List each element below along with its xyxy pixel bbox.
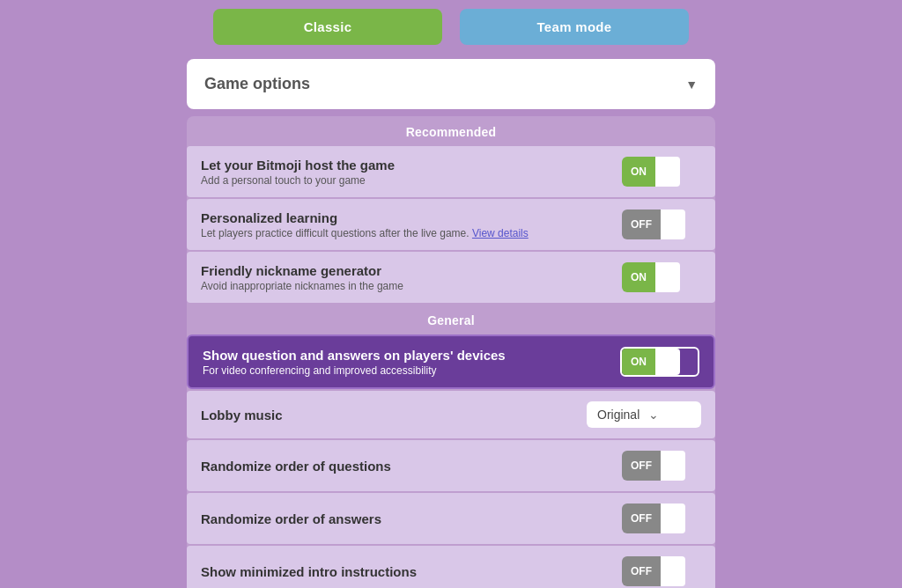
option-row-show-questions: Show question and answers on players' de… <box>187 334 715 389</box>
toggle-thumb-personalized <box>661 209 685 239</box>
chevron-down-icon: ▼ <box>685 77 698 92</box>
recommended-section-label: Recommended <box>187 116 715 146</box>
option-title-randomize-questions: Randomize order of questions <box>201 459 391 474</box>
toggle-off-label-minimized-intro: OFF <box>622 556 661 586</box>
option-title-personalized: Personalized learning <box>201 210 529 225</box>
option-subtitle-personalized: Let players practice difficult questions… <box>201 227 529 239</box>
option-title-minimized-intro: Show minimized intro instructions <box>201 564 417 579</box>
toggle-thumb-nickname <box>655 262 680 292</box>
toggle-personalized[interactable]: OFF <box>622 209 701 239</box>
option-row-nickname: Friendly nickname generator Avoid inappr… <box>187 252 715 303</box>
options-panel: Recommended Let your Bitmoji host the ga… <box>187 116 715 588</box>
toggle-on-label-bitmoji: ON <box>622 157 655 187</box>
option-text-personalized: Personalized learning Let players practi… <box>201 210 529 239</box>
option-subtitle-bitmoji: Add a personal touch to your game <box>201 174 395 187</box>
toggle-off-label-randomize-answers: OFF <box>622 503 661 533</box>
option-title-lobby-music: Lobby music <box>201 408 283 423</box>
team-mode-button[interactable]: Team mode <box>460 9 689 45</box>
option-text-show-questions: Show question and answers on players' de… <box>203 348 506 377</box>
option-title-show-questions: Show question and answers on players' de… <box>203 348 506 363</box>
mode-buttons-row: Classic Team mode <box>187 9 715 45</box>
toggle-randomize-answers[interactable]: OFF <box>622 503 701 533</box>
toggle-thumb-show-questions <box>655 349 680 375</box>
option-title-randomize-answers: Randomize order of answers <box>201 511 381 526</box>
toggle-off-label-personalized: OFF <box>622 209 661 239</box>
option-text-randomize-answers: Randomize order of answers <box>201 511 381 526</box>
option-text-bitmoji: Let your Bitmoji host the game Add a per… <box>201 158 395 187</box>
toggle-on-label-nickname: ON <box>622 262 655 292</box>
toggle-on-label-show-questions: ON <box>622 349 655 375</box>
toggle-show-questions[interactable]: ON <box>620 347 699 377</box>
lobby-music-value: Original <box>597 408 640 422</box>
toggle-nickname[interactable]: ON <box>622 262 701 292</box>
option-row-lobby-music: Lobby music Original ⌄ <box>187 391 715 438</box>
option-text-lobby-music: Lobby music <box>201 408 283 423</box>
toggle-thumb-bitmoji <box>655 157 680 187</box>
option-row-randomize-questions: Randomize order of questions OFF <box>187 440 715 491</box>
toggle-thumb-minimized-intro <box>661 556 685 586</box>
game-options-header[interactable]: Game options ▼ <box>187 59 715 109</box>
view-details-link[interactable]: View details <box>472 227 529 239</box>
toggle-thumb-randomize-questions <box>661 451 685 481</box>
classic-mode-button[interactable]: Classic <box>213 9 442 45</box>
option-row-personalized: Personalized learning Let players practi… <box>187 199 715 250</box>
game-options-title: Game options <box>204 75 310 93</box>
toggle-bitmoji[interactable]: ON <box>622 157 701 187</box>
option-row-bitmoji: Let your Bitmoji host the game Add a per… <box>187 146 715 197</box>
option-text-randomize-questions: Randomize order of questions <box>201 459 391 474</box>
option-title-nickname: Friendly nickname generator <box>201 263 403 278</box>
option-text-nickname: Friendly nickname generator Avoid inappr… <box>201 263 403 292</box>
option-subtitle-nickname: Avoid inappropriate nicknames in the gam… <box>201 280 403 292</box>
general-section-label: General <box>187 305 715 334</box>
toggle-minimized-intro[interactable]: OFF <box>622 556 701 586</box>
toggle-off-label-randomize-questions: OFF <box>622 451 661 481</box>
chevron-down-icon-select: ⌄ <box>648 408 659 422</box>
option-text-minimized-intro: Show minimized intro instructions <box>201 564 417 579</box>
lobby-music-select[interactable]: Original ⌄ <box>587 401 701 428</box>
option-title-bitmoji: Let your Bitmoji host the game <box>201 158 395 173</box>
option-subtitle-show-questions: For video conferencing and improved acce… <box>203 364 506 377</box>
toggle-randomize-questions[interactable]: OFF <box>622 451 701 481</box>
option-row-randomize-answers: Randomize order of answers OFF <box>187 493 715 544</box>
option-row-minimized-intro: Show minimized intro instructions OFF <box>187 546 715 588</box>
toggle-thumb-randomize-answers <box>661 503 685 533</box>
main-container: Classic Team mode Game options ▼ Recomme… <box>187 9 715 588</box>
